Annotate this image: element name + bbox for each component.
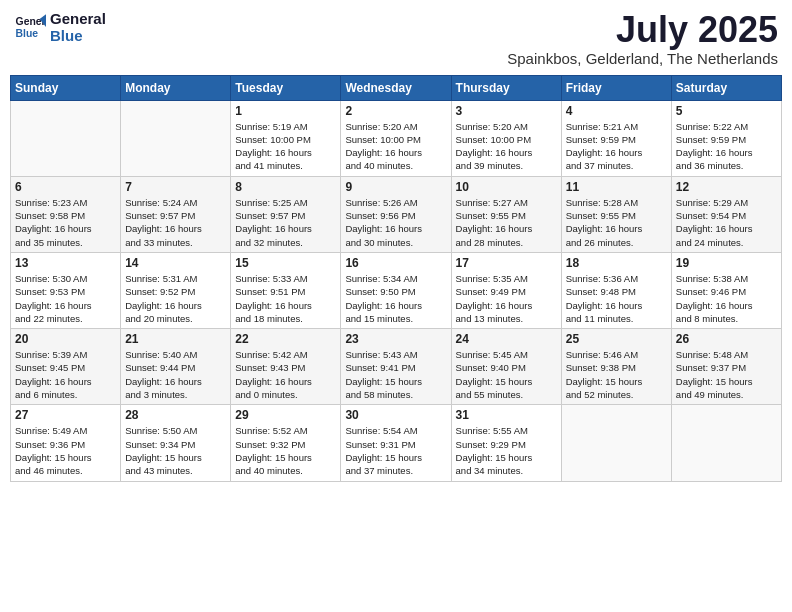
calendar-day-cell: 23Sunrise: 5:43 AM Sunset: 9:41 PM Dayli… <box>341 329 451 405</box>
day-info: Sunrise: 5:26 AM Sunset: 9:56 PM Dayligh… <box>345 196 446 249</box>
day-info: Sunrise: 5:22 AM Sunset: 9:59 PM Dayligh… <box>676 120 777 173</box>
calendar-day-cell: 11Sunrise: 5:28 AM Sunset: 9:55 PM Dayli… <box>561 176 671 252</box>
day-number: 26 <box>676 332 777 346</box>
calendar-day-cell: 10Sunrise: 5:27 AM Sunset: 9:55 PM Dayli… <box>451 176 561 252</box>
day-number: 20 <box>15 332 116 346</box>
calendar-week-row: 20Sunrise: 5:39 AM Sunset: 9:45 PM Dayli… <box>11 329 782 405</box>
day-info: Sunrise: 5:19 AM Sunset: 10:00 PM Daylig… <box>235 120 336 173</box>
day-info: Sunrise: 5:36 AM Sunset: 9:48 PM Dayligh… <box>566 272 667 325</box>
logo-line1: General <box>50 10 106 27</box>
calendar-day-cell: 14Sunrise: 5:31 AM Sunset: 9:52 PM Dayli… <box>121 252 231 328</box>
day-info: Sunrise: 5:27 AM Sunset: 9:55 PM Dayligh… <box>456 196 557 249</box>
calendar-week-row: 1Sunrise: 5:19 AM Sunset: 10:00 PM Dayli… <box>11 100 782 176</box>
day-number: 8 <box>235 180 336 194</box>
day-info: Sunrise: 5:30 AM Sunset: 9:53 PM Dayligh… <box>15 272 116 325</box>
calendar-day-cell: 7Sunrise: 5:24 AM Sunset: 9:57 PM Daylig… <box>121 176 231 252</box>
day-number: 18 <box>566 256 667 270</box>
calendar-day-cell: 31Sunrise: 5:55 AM Sunset: 9:29 PM Dayli… <box>451 405 561 481</box>
day-number: 12 <box>676 180 777 194</box>
day-number: 2 <box>345 104 446 118</box>
calendar-day-cell: 13Sunrise: 5:30 AM Sunset: 9:53 PM Dayli… <box>11 252 121 328</box>
calendar-week-row: 6Sunrise: 5:23 AM Sunset: 9:58 PM Daylig… <box>11 176 782 252</box>
day-info: Sunrise: 5:40 AM Sunset: 9:44 PM Dayligh… <box>125 348 226 401</box>
month-title: July 2025 <box>507 10 778 50</box>
day-number: 5 <box>676 104 777 118</box>
calendar-table: SundayMondayTuesdayWednesdayThursdayFrid… <box>10 75 782 482</box>
day-number: 4 <box>566 104 667 118</box>
day-info: Sunrise: 5:38 AM Sunset: 9:46 PM Dayligh… <box>676 272 777 325</box>
calendar-day-cell: 26Sunrise: 5:48 AM Sunset: 9:37 PM Dayli… <box>671 329 781 405</box>
day-number: 11 <box>566 180 667 194</box>
day-number: 24 <box>456 332 557 346</box>
calendar-day-cell: 6Sunrise: 5:23 AM Sunset: 9:58 PM Daylig… <box>11 176 121 252</box>
day-info: Sunrise: 5:48 AM Sunset: 9:37 PM Dayligh… <box>676 348 777 401</box>
calendar-day-cell <box>561 405 671 481</box>
calendar-day-cell: 25Sunrise: 5:46 AM Sunset: 9:38 PM Dayli… <box>561 329 671 405</box>
calendar-day-cell: 30Sunrise: 5:54 AM Sunset: 9:31 PM Dayli… <box>341 405 451 481</box>
calendar-day-cell: 1Sunrise: 5:19 AM Sunset: 10:00 PM Dayli… <box>231 100 341 176</box>
weekday-header: Wednesday <box>341 75 451 100</box>
calendar-week-row: 27Sunrise: 5:49 AM Sunset: 9:36 PM Dayli… <box>11 405 782 481</box>
day-number: 28 <box>125 408 226 422</box>
day-number: 9 <box>345 180 446 194</box>
day-info: Sunrise: 5:39 AM Sunset: 9:45 PM Dayligh… <box>15 348 116 401</box>
weekday-header: Tuesday <box>231 75 341 100</box>
day-info: Sunrise: 5:29 AM Sunset: 9:54 PM Dayligh… <box>676 196 777 249</box>
calendar-day-cell: 17Sunrise: 5:35 AM Sunset: 9:49 PM Dayli… <box>451 252 561 328</box>
weekday-header: Sunday <box>11 75 121 100</box>
logo-line2: Blue <box>50 27 106 44</box>
calendar-day-cell: 4Sunrise: 5:21 AM Sunset: 9:59 PM Daylig… <box>561 100 671 176</box>
calendar-day-cell: 15Sunrise: 5:33 AM Sunset: 9:51 PM Dayli… <box>231 252 341 328</box>
day-info: Sunrise: 5:31 AM Sunset: 9:52 PM Dayligh… <box>125 272 226 325</box>
weekday-header: Monday <box>121 75 231 100</box>
page-header: General Blue General Blue July 2025 Spai… <box>10 10 782 67</box>
day-info: Sunrise: 5:20 AM Sunset: 10:00 PM Daylig… <box>456 120 557 173</box>
day-number: 25 <box>566 332 667 346</box>
svg-text:Blue: Blue <box>16 28 39 39</box>
day-number: 13 <box>15 256 116 270</box>
calendar-header-row: SundayMondayTuesdayWednesdayThursdayFrid… <box>11 75 782 100</box>
day-number: 6 <box>15 180 116 194</box>
calendar-day-cell <box>671 405 781 481</box>
day-info: Sunrise: 5:21 AM Sunset: 9:59 PM Dayligh… <box>566 120 667 173</box>
day-info: Sunrise: 5:52 AM Sunset: 9:32 PM Dayligh… <box>235 424 336 477</box>
calendar-day-cell: 9Sunrise: 5:26 AM Sunset: 9:56 PM Daylig… <box>341 176 451 252</box>
day-info: Sunrise: 5:34 AM Sunset: 9:50 PM Dayligh… <box>345 272 446 325</box>
calendar-day-cell: 2Sunrise: 5:20 AM Sunset: 10:00 PM Dayli… <box>341 100 451 176</box>
calendar-day-cell <box>11 100 121 176</box>
day-number: 22 <box>235 332 336 346</box>
calendar-day-cell: 19Sunrise: 5:38 AM Sunset: 9:46 PM Dayli… <box>671 252 781 328</box>
day-number: 23 <box>345 332 446 346</box>
day-number: 21 <box>125 332 226 346</box>
day-info: Sunrise: 5:50 AM Sunset: 9:34 PM Dayligh… <box>125 424 226 477</box>
weekday-header: Friday <box>561 75 671 100</box>
calendar-day-cell: 16Sunrise: 5:34 AM Sunset: 9:50 PM Dayli… <box>341 252 451 328</box>
day-number: 31 <box>456 408 557 422</box>
calendar-day-cell: 22Sunrise: 5:42 AM Sunset: 9:43 PM Dayli… <box>231 329 341 405</box>
calendar-day-cell: 3Sunrise: 5:20 AM Sunset: 10:00 PM Dayli… <box>451 100 561 176</box>
title-block: July 2025 Spainkbos, Gelderland, The Net… <box>507 10 778 67</box>
day-info: Sunrise: 5:54 AM Sunset: 9:31 PM Dayligh… <box>345 424 446 477</box>
weekday-header: Saturday <box>671 75 781 100</box>
day-number: 29 <box>235 408 336 422</box>
day-number: 27 <box>15 408 116 422</box>
day-number: 7 <box>125 180 226 194</box>
calendar-day-cell <box>121 100 231 176</box>
day-number: 14 <box>125 256 226 270</box>
calendar-day-cell: 24Sunrise: 5:45 AM Sunset: 9:40 PM Dayli… <box>451 329 561 405</box>
day-number: 17 <box>456 256 557 270</box>
calendar-day-cell: 18Sunrise: 5:36 AM Sunset: 9:48 PM Dayli… <box>561 252 671 328</box>
calendar-day-cell: 21Sunrise: 5:40 AM Sunset: 9:44 PM Dayli… <box>121 329 231 405</box>
day-info: Sunrise: 5:24 AM Sunset: 9:57 PM Dayligh… <box>125 196 226 249</box>
day-info: Sunrise: 5:25 AM Sunset: 9:57 PM Dayligh… <box>235 196 336 249</box>
calendar-day-cell: 5Sunrise: 5:22 AM Sunset: 9:59 PM Daylig… <box>671 100 781 176</box>
day-info: Sunrise: 5:45 AM Sunset: 9:40 PM Dayligh… <box>456 348 557 401</box>
day-info: Sunrise: 5:43 AM Sunset: 9:41 PM Dayligh… <box>345 348 446 401</box>
day-number: 19 <box>676 256 777 270</box>
day-info: Sunrise: 5:33 AM Sunset: 9:51 PM Dayligh… <box>235 272 336 325</box>
day-number: 1 <box>235 104 336 118</box>
day-number: 3 <box>456 104 557 118</box>
day-info: Sunrise: 5:35 AM Sunset: 9:49 PM Dayligh… <box>456 272 557 325</box>
calendar-day-cell: 12Sunrise: 5:29 AM Sunset: 9:54 PM Dayli… <box>671 176 781 252</box>
day-number: 15 <box>235 256 336 270</box>
